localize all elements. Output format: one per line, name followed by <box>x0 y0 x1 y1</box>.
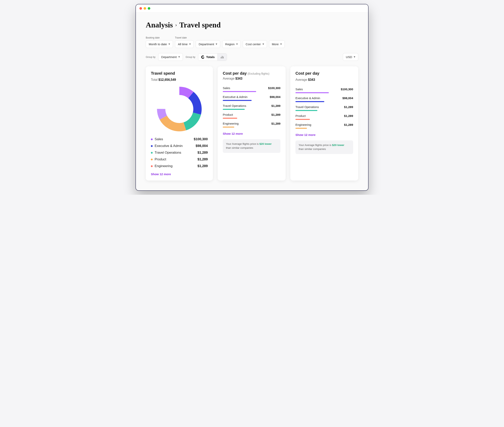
bar-segment <box>223 118 237 119</box>
legend-value: $98,004 <box>196 144 208 148</box>
cost-center-filter[interactable]: Cost center <box>243 40 267 48</box>
dept-name: Sales <box>295 87 303 91</box>
view-toggle: Totals <box>198 53 227 61</box>
list-item: Travel Operations$1,289 <box>295 105 353 111</box>
dept-value: $1,289 <box>344 105 353 109</box>
bars-toggle[interactable] <box>218 53 227 61</box>
svg-rect-2 <box>221 57 221 59</box>
show-more-link[interactable]: Show 12 more <box>223 132 280 135</box>
legend-dot-icon <box>151 145 153 147</box>
benchmark-notice: Your Average flights price is $20 lower … <box>295 140 353 154</box>
group-by-select[interactable]: Department <box>158 53 183 61</box>
window-titlebar <box>136 4 368 13</box>
benchmark-notice: Your Average flights price is $20 lower … <box>223 139 280 153</box>
travel-spend-card: Travel spend Total $12,656,549 Sales$100… <box>146 66 213 181</box>
dept-name: Sales <box>223 86 230 90</box>
app-window: Analysis › Travel spend Booking date Mon… <box>136 4 368 191</box>
bar-segment <box>223 91 256 92</box>
show-more-link[interactable]: Show 12 more <box>151 172 208 176</box>
dept-name: Travel Operations <box>223 104 246 107</box>
booking-date-filter[interactable]: Month to date <box>146 40 173 48</box>
department-filter[interactable]: Department <box>196 40 220 48</box>
dept-name: Executive & Admin <box>223 95 247 99</box>
dept-value: $98,004 <box>343 96 353 100</box>
page-content: Analysis › Travel spend Booking date Mon… <box>136 13 368 191</box>
card-subtitle: (Excluding flights) <box>248 72 270 75</box>
legend-value: $1,289 <box>198 151 208 155</box>
cost-per-day-card: Cost per day Average $343 Sales$100,300E… <box>290 66 358 181</box>
cards-row: Travel spend Total $12,656,549 Sales$100… <box>146 66 358 181</box>
caret-down-icon <box>262 44 264 45</box>
chevron-right-icon: › <box>175 22 177 28</box>
legend-value: $1,289 <box>198 157 208 161</box>
legend-name: Travel Operations <box>155 151 196 155</box>
dept-value: $1,289 <box>344 123 353 126</box>
minimize-window-icon[interactable] <box>144 7 146 10</box>
caret-down-icon <box>168 44 170 45</box>
more-filter[interactable]: More <box>269 40 285 48</box>
dept-value: $100,300 <box>341 87 353 91</box>
bar-segment <box>223 127 234 128</box>
show-more-link[interactable]: Show 12 more <box>295 133 353 137</box>
caret-down-icon <box>236 44 238 45</box>
breadcrumb-parent[interactable]: Analysis <box>146 21 173 29</box>
legend-value: $100,300 <box>194 137 208 141</box>
list-item: Product$1,289 <box>295 114 353 120</box>
legend-item: Executive & Admin$98,004 <box>151 144 208 148</box>
dept-name: Engineering <box>295 123 311 126</box>
bar-segment <box>295 110 317 111</box>
region-filter[interactable]: Region <box>222 40 241 48</box>
list-item: Sales$100,300 <box>223 86 280 92</box>
breadcrumb: Analysis › Travel spend <box>146 21 358 29</box>
dept-value: $1,289 <box>344 114 353 117</box>
legend-item: Travel Operations$1,289 <box>151 151 208 155</box>
legend-value: $1,289 <box>198 164 208 168</box>
close-window-icon[interactable] <box>139 7 142 10</box>
dept-name: Engineering <box>223 122 239 125</box>
donut-chart <box>151 84 208 135</box>
currency-select[interactable]: USD <box>343 53 358 61</box>
dept-value: $100,300 <box>268 86 280 90</box>
booking-date-label: Booking date <box>146 36 173 39</box>
list-item: Travel Operations$1,289 <box>223 104 280 110</box>
legend-dot-icon <box>151 138 153 140</box>
donut-icon <box>201 55 205 59</box>
travel-date-filter[interactable]: All time <box>175 40 194 48</box>
caret-down-icon <box>216 44 217 45</box>
travel-date-label: Travel date <box>175 36 194 39</box>
caret-down-icon <box>354 56 355 57</box>
group-by-label: Group by <box>146 56 155 59</box>
svg-rect-4 <box>223 56 224 59</box>
caret-down-icon <box>280 44 282 45</box>
card-title: Travel spend <box>151 71 208 76</box>
legend-name: Product <box>155 157 196 161</box>
legend-item: Sales$100,300 <box>151 137 208 141</box>
totals-toggle[interactable]: Totals <box>198 53 218 61</box>
legend-name: Engineering <box>155 164 196 168</box>
legend-dot-icon <box>151 152 153 154</box>
average-line: Average $343 <box>295 78 353 82</box>
dept-name: Executive & Admin <box>295 96 320 100</box>
bar-segment <box>295 119 310 120</box>
dept-value: $98,004 <box>270 95 280 99</box>
filter-bar: Booking date Month to date Travel date A… <box>146 36 358 48</box>
list-item: Product$1,289 <box>223 113 280 119</box>
bar-chart-icon <box>220 55 224 59</box>
legend-name: Executive & Admin <box>155 144 194 148</box>
average-line: Average $343 <box>223 77 280 80</box>
breadcrumb-current: Travel spend <box>179 21 221 29</box>
department-list: Sales$100,300Executive & Admin$98,004Tra… <box>223 86 280 128</box>
list-item: Engineering$1,289 <box>295 123 353 129</box>
maximize-window-icon[interactable] <box>148 7 150 10</box>
bar-segment <box>295 92 329 93</box>
dept-value: $1,289 <box>271 122 280 125</box>
bar-segment <box>295 128 307 129</box>
list-item: Executive & Admin$98,004 <box>223 95 280 101</box>
legend-item: Engineering$1,289 <box>151 164 208 168</box>
svg-rect-3 <box>222 56 222 59</box>
dept-value: $1,289 <box>271 104 280 107</box>
card-title: Cost per day <box>223 71 247 76</box>
dept-name: Travel Operations <box>295 105 319 109</box>
view-label: Group by <box>186 56 195 59</box>
bar-segment <box>223 109 245 110</box>
